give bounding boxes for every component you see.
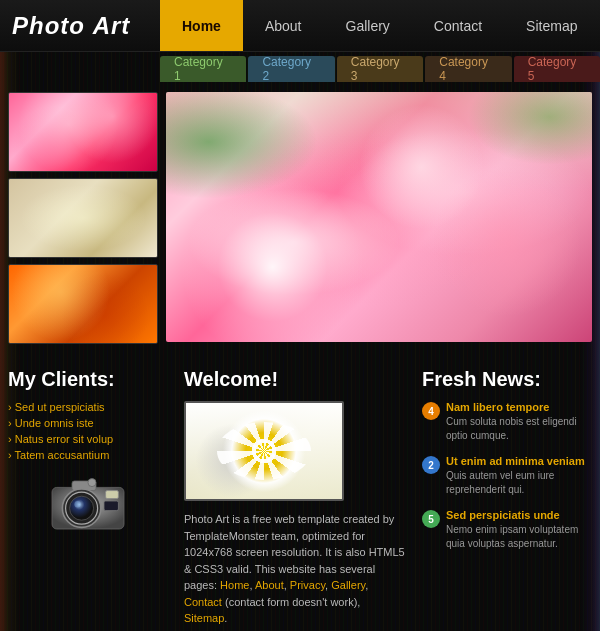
link-sitemap[interactable]: Sitemap — [184, 612, 224, 624]
svg-rect-7 — [104, 501, 118, 511]
camera-area — [8, 473, 168, 533]
category-5[interactable]: Category 5 — [514, 56, 600, 82]
news-content-2: Ut enim ad minima veniam Quis autem vel … — [446, 455, 592, 497]
client-link-3[interactable]: Natus error sit volup — [15, 433, 113, 445]
header: Photo Art Home About Gallery Contact Sit… — [0, 0, 600, 52]
news-desc-2: Quis autem vel eum iure reprehenderit qu… — [446, 469, 592, 497]
list-item: Sed ut perspiciatis — [8, 401, 168, 413]
client-link-2[interactable]: Unde omnis iste — [15, 417, 94, 429]
hero-image — [166, 92, 592, 342]
news-title-1[interactable]: Nam libero tempore — [446, 401, 592, 413]
nav-sitemap[interactable]: Sitemap — [504, 0, 599, 51]
category-1[interactable]: Category 1 — [160, 56, 246, 82]
link-gallery[interactable]: Gallery — [331, 579, 365, 591]
news-desc-1: Cum soluta nobis est eligendi optio cumq… — [446, 415, 592, 443]
welcome-body: Photo Art is a free web template created… — [184, 511, 406, 627]
link-about[interactable]: About — [255, 579, 284, 591]
svg-point-8 — [88, 479, 96, 487]
thumbnail-2[interactable] — [8, 178, 158, 258]
news-content-3: Sed perspiciatis unde Nemo enim ipsam vo… — [446, 509, 592, 551]
news-item-3: 5 Sed perspiciatis unde Nemo enim ipsam … — [422, 509, 592, 551]
main-content-top — [0, 84, 600, 352]
nav-home[interactable]: Home — [160, 0, 243, 51]
nav-gallery[interactable]: Gallery — [324, 0, 412, 51]
svg-rect-6 — [106, 491, 119, 499]
news-item-2: 2 Ut enim ad minima veniam Quis autem ve… — [422, 455, 592, 497]
sidebar-thumbnails — [8, 92, 158, 344]
link-contact[interactable]: Contact — [184, 596, 222, 608]
nav-about[interactable]: About — [243, 0, 324, 51]
news-title-3[interactable]: Sed perspiciatis unde — [446, 509, 592, 521]
news-content-1: Nam libero tempore Cum soluta nobis est … — [446, 401, 592, 443]
link-privacy[interactable]: Privacy — [290, 579, 325, 591]
client-link-4[interactable]: Tatem accusantium — [15, 449, 110, 461]
svg-point-4 — [70, 496, 94, 520]
welcome-thumbnail[interactable] — [184, 401, 344, 501]
news-desc-3: Nemo enim ipsam voluptatem quia voluptas… — [446, 523, 592, 551]
nav-contact[interactable]: Contact — [412, 0, 504, 51]
link-home[interactable]: Home — [220, 579, 249, 591]
thumbnail-3[interactable] — [8, 264, 158, 344]
bottom-content: My Clients: Sed ut perspiciatis Unde omn… — [0, 352, 600, 631]
category-3[interactable]: Category 3 — [337, 56, 423, 82]
category-bar: Category 1 Category 2 Category 3 Categor… — [0, 54, 600, 84]
logo: Photo Art — [0, 12, 160, 40]
news-title-2[interactable]: Ut enim ad minima veniam — [446, 455, 592, 467]
camera-icon — [48, 473, 128, 533]
client-list: Sed ut perspiciatis Unde omnis iste Natu… — [8, 401, 168, 461]
hero-leaves-overlay — [166, 92, 592, 342]
welcome-title: Welcome! — [184, 368, 406, 391]
news-title: Fresh News: — [422, 368, 592, 391]
list-item: Tatem accusantium — [8, 449, 168, 461]
welcome-section: Welcome! Photo Art is a free web templat… — [184, 368, 406, 627]
clients-section: My Clients: Sed ut perspiciatis Unde omn… — [8, 368, 168, 627]
clients-title: My Clients: — [8, 368, 168, 391]
news-section: Fresh News: 4 Nam libero tempore Cum sol… — [422, 368, 592, 627]
category-4[interactable]: Category 4 — [425, 56, 511, 82]
logo-italic: Art — [93, 12, 131, 39]
news-item-1: 4 Nam libero tempore Cum soluta nobis es… — [422, 401, 592, 443]
navigation: Home About Gallery Contact Sitemap — [160, 0, 600, 51]
news-badge-2: 2 — [422, 456, 440, 474]
category-2[interactable]: Category 2 — [248, 56, 334, 82]
logo-text: Photo — [12, 12, 85, 39]
svg-point-5 — [74, 501, 80, 507]
thumbnail-1[interactable] — [8, 92, 158, 172]
news-badge-3: 5 — [422, 510, 440, 528]
client-link-1[interactable]: Sed ut perspiciatis — [15, 401, 105, 413]
list-item: Natus error sit volup — [8, 433, 168, 445]
news-badge-1: 4 — [422, 402, 440, 420]
list-item: Unde omnis iste — [8, 417, 168, 429]
